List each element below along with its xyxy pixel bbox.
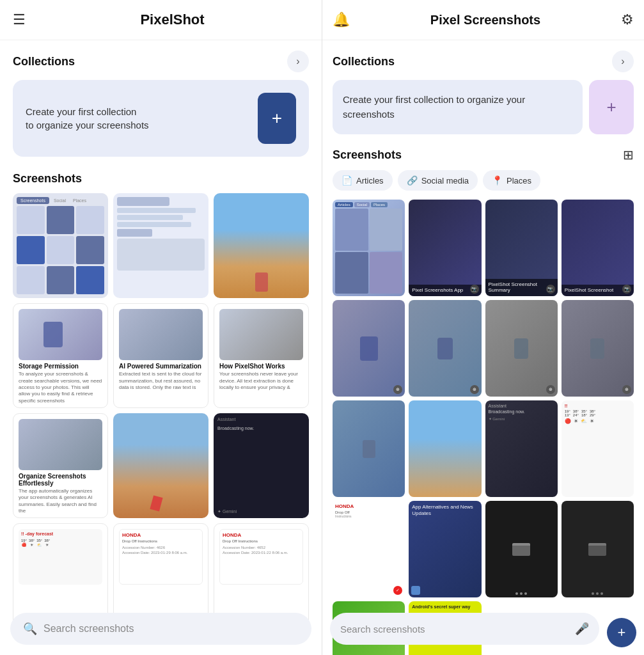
right-add-fab-button[interactable]: + [607,618,636,647]
list-item[interactable]: ⊕ [333,300,405,397]
filter-chips: 📄 Articles 🔗 Social media 📍 Places [333,170,634,191]
screenshot-card-title: Organize Screenshots Effortlessly [19,473,102,487]
list-item[interactable]: AI Powered Summarization Extracted text … [113,303,208,408]
list-item[interactable]: !! -day forecast 19°🔴 38°☀ 35°⛅ 38°☀ [13,523,108,628]
list-item[interactable]: How PixelShot Works Your screenshots nev… [214,303,309,408]
left-screenshots-title: Screenshots [13,172,82,185]
list-item[interactable]: Pixel Screenshots App 📷 [409,200,481,296]
left-app-title: PixelShot [36,12,309,28]
list-item[interactable]: PixelShot Screenshot 📷 [562,200,634,296]
left-screenshots-header: Screenshots [13,172,309,185]
list-item[interactable] [113,413,208,518]
right-app-title: Pixel Screenshots [350,13,621,28]
list-item[interactable]: Storage Permission To analyze your scree… [13,303,108,408]
hamburger-icon[interactable]: ☰ [13,12,26,28]
list-item[interactable]: HONDA Drop Off Instructions Accession Nu… [214,523,309,628]
list-item[interactable]: Articles Social Places [333,200,405,296]
left-content: Collections › Create your first collecti… [0,40,322,655]
places-icon: 📍 [492,175,503,185]
screenshot-card-title: How PixelShot Works [219,363,303,370]
list-item[interactable]: Organize Screenshots Effortlessly The ap… [13,413,108,518]
filter-chip-places[interactable]: 📍 Places [483,170,540,191]
list-item[interactable]: ⊕ [562,300,634,397]
left-collections-title: Collections [13,55,75,68]
grid-item-label: App Alternatives and News Updates [412,504,478,516]
right-search-placeholder: Search screenshots [340,624,569,635]
left-collections-card: Create your first collectionto organize … [13,80,309,157]
screenshot-card-title: Storage Permission [19,363,102,370]
list-item[interactable]: ⊕ [485,300,558,397]
left-collections-text: Create your first collectionto organize … [26,105,250,132]
list-item[interactable] [485,501,558,597]
left-search-placeholder: Search screenshots [43,623,134,635]
left-panel: ☰ PixelShot Collections › Create your fi… [0,0,322,655]
list-item[interactable]: Assistant Broadcasting now. ✦ Gemini [214,413,309,518]
right-collections-text: Create your first collection to organize… [333,80,583,134]
right-collections-card: Create your first collection to organize… [333,80,634,134]
left-collections-chevron[interactable]: › [287,51,309,72]
left-collections-header: Collections › [13,51,309,72]
screenshot-card-title: AI Powered Summarization [119,363,203,370]
right-screenshots-grid: Articles Social Places Pixel Screenshots… [333,200,634,655]
filter-chip-articles-label: Articles [356,176,384,185]
list-item[interactable] [333,400,405,497]
right-screenshots-title: Screenshots [333,148,402,162]
grid-view-icon[interactable]: ⊞ [623,147,634,162]
right-collections-chevron[interactable]: › [612,51,634,72]
screenshot-card-desc: The app automatically organizes your scr… [19,488,102,515]
list-item[interactable]: PixelShot Screenshot Summary 📷 [485,200,558,296]
right-add-collection-button[interactable]: + [589,80,634,134]
screenshot-card-desc: To analyze your screenshots & create sea… [19,371,102,404]
list-item[interactable]: HONDA Drop Off Instructions Accession Nu… [113,523,208,628]
left-search-bar[interactable]: 🔍 Search screenshots [10,613,311,645]
filter-chip-social[interactable]: 🔗 Social media [398,170,478,191]
right-collections-title: Collections [333,55,395,68]
list-item[interactable]: Screenshots Social Places [13,193,108,298]
filter-chip-articles[interactable]: 📄 Articles [333,170,393,191]
articles-icon: 📄 [342,175,352,185]
left-add-collection-button[interactable]: + [258,93,296,144]
right-collections-header: Collections › [333,51,634,72]
list-item[interactable]: ⊕ [409,300,481,397]
right-search-bar[interactable]: Search screenshots 🎤 [330,613,599,645]
filter-chip-social-label: Social media [421,176,469,185]
right-panel: 🔔 Pixel Screenshots ⚙ Collections › Crea… [322,0,644,655]
list-item[interactable] [562,501,634,597]
list-item[interactable] [214,193,309,298]
list-item[interactable]: App Alternatives and News Updates [409,501,481,597]
screenshot-card-desc: Extracted text is sent to the cloud for … [119,371,203,391]
grid-item-label: Android's secret super way [412,604,478,610]
search-icon: 🔍 [23,622,37,636]
gear-icon[interactable]: ⚙ [621,12,634,28]
social-icon: 🔗 [407,175,418,185]
list-item[interactable] [409,400,481,497]
list-item[interactable] [113,193,208,298]
filter-chip-places-label: Places [507,176,531,185]
list-item[interactable]: !! 19°13° 38°24° 35°18° 38°29° 🔴☀⛅☀ [562,400,634,497]
bell-icon[interactable]: 🔔 [333,12,350,28]
list-item[interactable]: HONDA Drop Off Instructions ✓ [333,501,405,597]
list-item[interactable]: Assistant Broadcasting now. ✦ Gemini [485,400,558,497]
right-header: 🔔 Pixel Screenshots ⚙ [322,0,644,40]
mic-icon[interactable]: 🎤 [575,622,589,636]
screenshot-card-desc: Your screenshots never leave your device… [219,371,303,391]
right-screenshots-header: Screenshots ⊞ [333,147,634,162]
left-screenshots-grid: Screenshots Social Places [13,193,309,628]
left-header: ☰ PixelShot [0,0,322,40]
right-content: Collections › Create your first collecti… [322,40,644,655]
